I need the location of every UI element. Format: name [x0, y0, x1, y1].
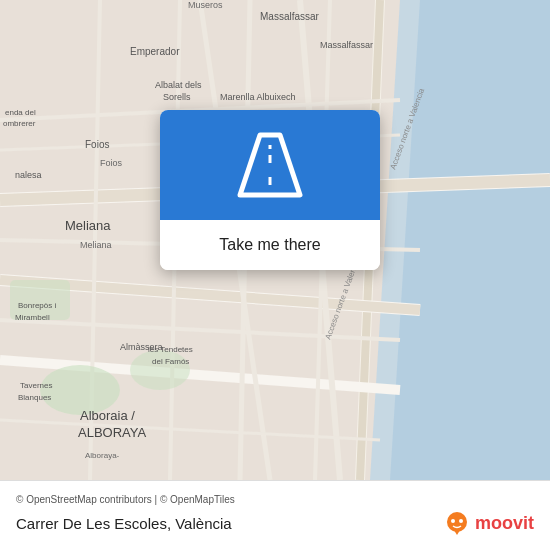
take-me-there-button[interactable]: Take me there [160, 220, 380, 270]
svg-text:Foios: Foios [85, 139, 109, 150]
svg-point-56 [451, 519, 455, 523]
svg-text:enda del: enda del [5, 108, 36, 117]
svg-text:Meliana: Meliana [80, 240, 112, 250]
svg-text:ombrerer: ombrerer [3, 119, 36, 128]
svg-text:Alboraya-: Alboraya- [85, 451, 120, 460]
svg-text:Massalfassar: Massalfassar [260, 11, 320, 22]
road-icon [230, 125, 310, 205]
moovit-wordmark: moovit [475, 513, 534, 534]
map-container: Massalfassar Massalfassar Emperador Alba… [0, 0, 550, 480]
svg-text:Meliana: Meliana [65, 218, 111, 233]
svg-point-57 [459, 519, 463, 523]
svg-text:del Famós: del Famós [152, 357, 189, 366]
svg-text:Mirambell: Mirambell [15, 313, 50, 322]
bottom-bar: © OpenStreetMap contributors | © OpenMap… [0, 480, 550, 550]
svg-text:Sorells: Sorells [163, 92, 191, 102]
attribution-text: © OpenStreetMap contributors | © OpenMap… [16, 494, 534, 505]
svg-text:Foios: Foios [100, 158, 123, 168]
svg-marker-51 [240, 135, 300, 195]
svg-text:Alboraia /: Alboraia / [80, 408, 135, 423]
location-label: Carrer De Les Escoles, València [16, 515, 232, 532]
svg-text:ALBORAYA: ALBORAYA [78, 425, 146, 440]
svg-point-23 [130, 350, 190, 390]
svg-text:Bonrepòs i: Bonrepòs i [18, 301, 56, 310]
popup-card: Take me there [160, 110, 380, 270]
svg-text:Tavernes: Tavernes [20, 381, 52, 390]
svg-text:Albalat dels: Albalat dels [155, 80, 202, 90]
svg-text:Blanques: Blanques [18, 393, 51, 402]
svg-text:Almàssera: Almàssera [120, 342, 163, 352]
svg-text:Museros: Museros [188, 0, 223, 10]
svg-text:Emperador: Emperador [130, 46, 180, 57]
popup-icon-area [160, 110, 380, 220]
svg-text:nalesa: nalesa [15, 170, 42, 180]
svg-text:Marenlla  Albuixech: Marenlla Albuixech [220, 92, 296, 102]
svg-text:Massalfassar: Massalfassar [320, 40, 373, 50]
moovit-pin-icon [443, 509, 471, 537]
moovit-logo: moovit [443, 509, 534, 537]
bottom-row: Carrer De Les Escoles, València moovit [16, 509, 534, 537]
